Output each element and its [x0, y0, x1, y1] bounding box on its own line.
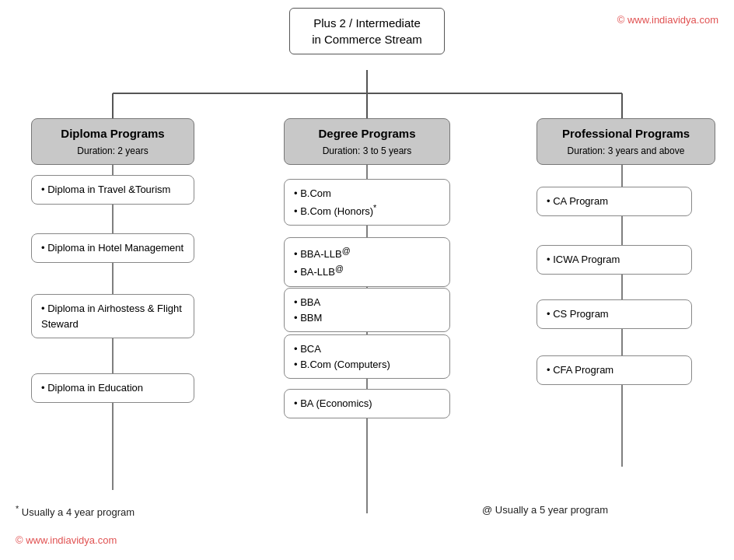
professional-item-4: CFA Program [537, 355, 692, 385]
diploma-item-2: Diploma in Hotel Management [31, 233, 194, 263]
watermark-bottom: © www.indiavidya.com [16, 534, 117, 546]
degree-item-5: BA (Economics) [284, 389, 450, 418]
diploma-item-3: Diploma in Airhostess & Flight Steward [31, 294, 194, 338]
degree-item-4: BCA B.Com (Computers) [284, 334, 450, 379]
footnote-1: * Usually a 4 year program [16, 504, 135, 518]
degree-header: Degree Programs Duration: 3 to 5 years [284, 118, 450, 165]
professional-item-2: ICWA Program [537, 245, 692, 275]
diploma-header: Diploma Programs Duration: 2 years [31, 118, 194, 165]
professional-item-3: CS Program [537, 299, 692, 329]
degree-item-2: BBA-LLB@ BA-LLB@ [284, 237, 450, 287]
degree-item-1: B.Com B.Com (Honors)* [284, 179, 450, 226]
professional-item-1: CA Program [537, 187, 692, 216]
diploma-item-4: Diploma in Education [31, 373, 194, 403]
professional-header: Professional Programs Duration: 3 years … [537, 118, 715, 165]
footnote-2: @ Usually a 5 year program [482, 504, 608, 516]
diploma-item-1: Diploma in Travel &Tourism [31, 175, 194, 205]
page-wrapper: © www.indiavidya.com © www.indiavidya.co… [0, 0, 734, 560]
degree-item-3: BBA BBM [284, 288, 450, 332]
watermark-top: © www.indiavidya.com [617, 14, 718, 26]
root-node: Plus 2 / Intermediatein Commerce Stream [289, 8, 445, 54]
